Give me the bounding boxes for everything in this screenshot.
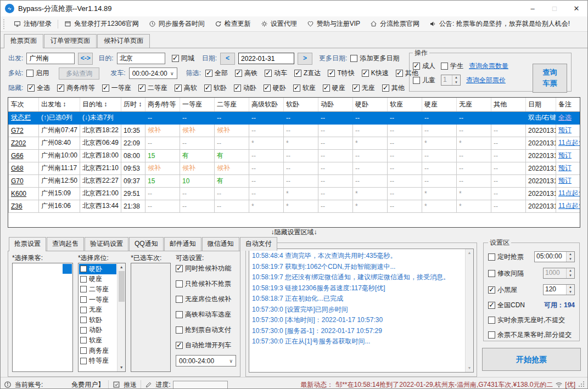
query-all-prices-link[interactable]: 查询全部票价	[466, 76, 506, 85]
date-prev-button[interactable]: <	[220, 53, 235, 65]
table-row[interactable]: G72广州南07:47北京西18:2210:35候补候补候补----------…	[9, 124, 581, 137]
seat-item[interactable]: 商务座	[79, 346, 116, 356]
checkbox-mark[interactable]	[323, 84, 330, 92]
scroll-down-icon[interactable]: ▼	[120, 364, 124, 371]
toolbar-grip[interactable]	[3, 19, 5, 29]
column-header[interactable]: 车次	[9, 98, 39, 111]
toolbar-item-official-site[interactable]: 分流抢票官网	[365, 18, 424, 31]
seat-item[interactable]: 软卧	[79, 315, 116, 325]
maximize-button[interactable]: □	[544, 1, 565, 16]
hide-filter-1[interactable]: 商务/特等	[57, 83, 94, 93]
settings-tab-0[interactable]: 抢票设置	[9, 237, 46, 251]
main-tab-1[interactable]: 订单管理页面	[44, 34, 97, 48]
setting-check-0[interactable]: 实时余票无座时,不提交	[488, 315, 565, 325]
settings-tab-2[interactable]: 验证码设置	[85, 237, 128, 251]
checkbox-mark[interactable]	[138, 84, 145, 92]
destination-input[interactable]	[117, 53, 165, 64]
toolbar-item-sponsor-vip[interactable]: 赞助与注册VIP	[302, 18, 365, 31]
setting-0[interactable]: 定时抢票	[488, 252, 524, 262]
train-filter-3[interactable]: Z直达	[294, 69, 321, 78]
booking-link[interactable]: 11点起售	[558, 202, 580, 210]
checkbox-mark[interactable]	[27, 84, 35, 92]
checkbox-mark[interactable]	[265, 70, 272, 77]
scroll-up-icon[interactable]: ▲	[120, 263, 124, 271]
checkbox-mark[interactable]	[102, 84, 109, 92]
checkbox-mark[interactable]	[80, 327, 87, 334]
multi-enable-checkbox[interactable]: 启用	[26, 69, 49, 78]
table-row[interactable]: Z202广州08:40北京西06:4922:09------**--*--**-…	[9, 137, 581, 149]
same-city-checkbox[interactable]: 同城	[172, 54, 194, 63]
hide-filter-7[interactable]: 硬卧	[264, 83, 286, 93]
hide-filter-11[interactable]: 其他	[382, 83, 405, 93]
checkbox-mark[interactable]	[362, 70, 369, 77]
query-tickets-button[interactable]: 查询 车票	[533, 64, 567, 93]
booking-link[interactable]: 预订	[558, 164, 572, 172]
column-header[interactable]: 硬卧	[353, 98, 388, 111]
student-checkbox[interactable]: 学生	[441, 61, 463, 71]
settings-tab-4[interactable]: 邮件通知	[164, 237, 201, 251]
seat-item[interactable]: 动卧	[79, 325, 116, 336]
checkbox-mark[interactable]	[176, 265, 183, 272]
checkbox-mark[interactable]	[205, 70, 212, 77]
hide-filter-4[interactable]: 高软	[175, 83, 197, 93]
checkbox-mark[interactable]	[80, 358, 87, 364]
hide-filter-6[interactable]: 动卧	[234, 83, 256, 93]
checkbox-mark[interactable]	[413, 63, 420, 70]
seat-item[interactable]: 硬卧	[79, 264, 116, 274]
setting-2[interactable]: 小黑屋	[488, 285, 517, 295]
checkbox-mark[interactable]	[176, 296, 183, 303]
checkbox-mark[interactable]	[176, 342, 183, 349]
hide-filter-0[interactable]: 全选	[27, 83, 50, 93]
settings-tab-1[interactable]: 查询起售	[47, 237, 84, 251]
arrow-up-icon[interactable]: ▲	[567, 252, 574, 257]
seat-item[interactable]: 特等座	[79, 356, 116, 366]
push-label[interactable]: 推送	[124, 380, 137, 389]
selected-trains-listbox[interactable]	[131, 263, 171, 372]
train-number-link[interactable]: G72	[11, 127, 24, 134]
close-button[interactable]: ✕	[565, 1, 587, 16]
arrow-down-icon[interactable]: ▼	[567, 290, 574, 295]
column-header[interactable]: 动卧	[318, 98, 353, 111]
add-more-dates-checkbox[interactable]: 添加更多日期	[350, 54, 399, 63]
checkbox-mark[interactable]	[176, 326, 183, 334]
column-header[interactable]: 一等座	[180, 98, 215, 111]
checkbox-mark[interactable]	[488, 331, 495, 339]
column-header[interactable]: 二等座	[215, 98, 249, 111]
start-grabbing-button[interactable]: 开始抢票	[482, 348, 581, 371]
stepper-arrows[interactable]: ▲▼	[566, 285, 574, 295]
resize-grip[interactable]	[579, 382, 584, 387]
hide-filter-2[interactable]: 一等座	[102, 83, 131, 93]
checkbox-mark[interactable]	[80, 276, 87, 283]
column-header[interactable]: 软座	[388, 98, 422, 111]
seat-item[interactable]: 一等座	[79, 295, 116, 305]
checkbox-mark[interactable]	[204, 84, 211, 92]
checkbox-mark[interactable]	[172, 55, 179, 62]
scroll-thumb[interactable]	[119, 271, 125, 302]
booking-link[interactable]: 预订	[558, 126, 572, 134]
checkbox-mark[interactable]	[57, 84, 64, 92]
seat-scrollbar[interactable]: ▲ ▼	[117, 263, 125, 371]
seat-item[interactable]: 无座	[79, 305, 116, 315]
setting-stepper[interactable]: 1000▲▼	[543, 268, 575, 279]
log-scrollbar[interactable]: ▲ ▼	[465, 249, 473, 372]
checkbox-mark[interactable]	[80, 296, 87, 303]
train-number-link[interactable]: K600	[11, 190, 26, 198]
settings-tab-3[interactable]: QQ通知	[129, 237, 164, 251]
checkbox-mark[interactable]	[488, 253, 495, 261]
train-filter-0[interactable]: 全部	[205, 69, 228, 78]
adult-checkbox[interactable]: 成人	[413, 61, 435, 71]
toolbar-item-check-update[interactable]: 检查更新	[210, 18, 256, 31]
hide-filter-9[interactable]: 硬座	[323, 83, 345, 93]
table-row[interactable]: K600广州15:09北京西21:0029:51--------*--*--**…	[9, 187, 581, 200]
minimize-button[interactable]: –	[522, 1, 544, 16]
settings-tab-5[interactable]: 微信通知	[202, 237, 239, 251]
arrow-up-icon[interactable]: ▲	[452, 75, 460, 80]
train-filter-4[interactable]: T特快	[328, 69, 354, 78]
stepper-arrows[interactable]: ▲▼	[452, 75, 460, 85]
checkbox-mark[interactable]	[80, 317, 87, 323]
checkbox-mark[interactable]	[350, 55, 357, 62]
grab-time-range-select[interactable]: 00:00-24:00 ∨	[176, 355, 236, 367]
seat-item[interactable]: 硬座	[79, 274, 116, 285]
train-number-link[interactable]: G70	[11, 177, 24, 185]
checkbox-mark[interactable]	[235, 70, 242, 77]
